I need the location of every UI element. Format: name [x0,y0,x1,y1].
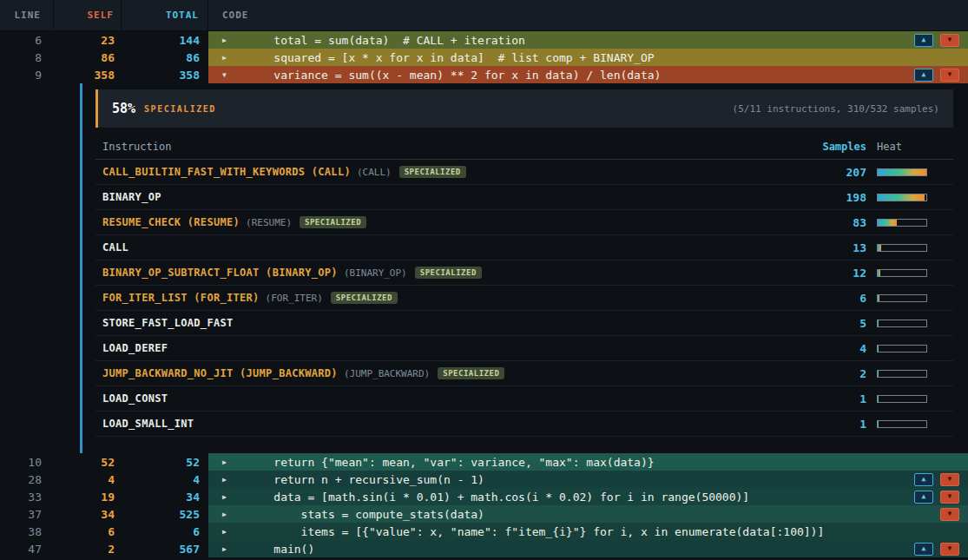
instruction-row: LOAD_SMALL_INT 1 [95,412,953,437]
heat-cell [877,168,953,176]
source-code: items = [{"value": x, "name": f"item_{i}… [247,525,824,538]
expand-toggle-icon[interactable]: ▶ [222,493,243,501]
jump-down-button[interactable]: ▼ [940,543,959,556]
heat-bar-fill [878,194,925,201]
base-opcode-label: (CALL) [357,167,392,178]
code-cell[interactable]: ▶ data = [math.sin(i * 0.01) + math.cos(… [208,488,968,505]
base-opcode-label: (RESUME) [246,217,292,228]
jump-up-button[interactable]: ▲ [914,543,933,556]
expand-toggle-icon[interactable]: ▶ [222,476,243,484]
heat-cell [877,294,953,302]
instruction-samples: 6 [806,292,877,305]
heat-bar-fill [878,245,881,251]
code-line-row: 9 358 358 ▼ variance = sum((x - mean) **… [0,66,968,83]
instruction-row: FOR_ITER_LIST (FOR_ITER) (FOR_ITER) SPEC… [95,286,953,311]
instruction-name: CALL_BUILTIN_FAST_WITH_KEYWORDS (CALL) [102,166,351,178]
instruction-detail-panel: 58% SPECIALIZED (5/11 instructions, 310/… [0,83,968,453]
row-buttons: ▲ ▼ [914,34,968,47]
code-cell[interactable]: ▶ items = [{"value": x, "name": f"item_{… [208,523,968,540]
source-code: data = [math.sin(i * 0.01) + math.cos(i … [247,491,749,504]
line-number: 6 [0,31,54,49]
jump-up-button[interactable]: ▲ [914,473,933,486]
specialized-badge: SPECIALIZED [331,292,398,304]
self-samples: 2 [54,540,122,557]
heat-bar-fill [878,371,879,377]
instruction-name: LOAD_DEREF [102,342,168,354]
jump-up-button[interactable]: ▲ [914,69,933,82]
jump-down-button[interactable]: ▼ [940,473,959,486]
header-line: LINE [0,0,54,30]
code-cell[interactable]: ▶ total = sum(data) # CALL + iteration ▲… [208,31,968,49]
total-samples: 52 [122,453,208,471]
jump-down-button[interactable]: ▼ [940,491,959,504]
instruction-samples: 1 [806,418,877,431]
heat-bar-fill [878,421,879,427]
line-number: 8 [0,49,54,66]
expand-toggle-icon[interactable]: ▼ [222,71,243,79]
specialization-banner: 58% SPECIALIZED (5/11 instructions, 310/… [95,89,953,128]
instruction-samples: 13 [806,241,877,254]
heat-bar-fill [878,220,897,226]
instruction-row: LOAD_CONST 1 [95,386,953,412]
total-samples: 358 [122,66,208,83]
heat-bar-fill [878,346,879,352]
instruction-name: JUMP_BACKWARD_NO_JIT (JUMP_BACKWARD) [102,367,338,379]
instruction-samples: 4 [806,342,877,355]
expand-toggle-icon[interactable]: ▶ [222,545,243,553]
row-buttons: ▲ ▼ [914,473,968,486]
specialized-label: SPECIALIZED [144,104,216,114]
source-code: squared = [x * x for x in data] # list c… [247,51,655,64]
instruction-name: FOR_ITER_LIST (FOR_ITER) [102,292,260,304]
code-cell[interactable]: ▶ return n + recursive_sum(n - 1) ▲ ▼ [208,471,968,488]
heat-bar [877,168,927,176]
instruction-row: CALL 13 [95,235,953,260]
expand-toggle-icon[interactable]: ▶ [222,54,243,62]
instruction-name: LOAD_CONST [102,392,168,405]
instruction-samples: 198 [806,191,877,204]
heat-bar [877,395,927,403]
instruction-row: BINARY_OP_SUBTRACT_FLOAT (BINARY_OP) (BI… [95,260,953,286]
instruction-name-cell: RESUME_CHECK (RESUME) (RESUME) SPECIALIZ… [102,216,806,228]
instruction-row: BINARY_OP 198 [95,185,953,210]
specialized-percent: 58% [112,101,135,116]
code-cell[interactable]: ▶ return {"mean": mean, "var": variance,… [208,453,968,471]
heat-bar [877,219,927,227]
connector-line [80,83,82,453]
heat-bar [877,194,927,201]
self-samples: 34 [54,505,122,523]
jump-up-button[interactable]: ▲ [914,34,933,47]
col-header-samples: Samples [806,141,877,153]
jump-up-button[interactable]: ▲ [914,491,933,504]
jump-down-button[interactable]: ▼ [940,69,959,82]
expand-toggle-icon[interactable]: ▶ [222,458,243,466]
instruction-name: STORE_FAST_LOAD_FAST [102,317,234,329]
column-header-row: LINE SELF TOTAL CODE [0,0,968,31]
code-cell[interactable]: ▶ stats = compute_stats(data) ▼ [208,505,968,523]
source-code: variance = sum((x - mean) ** 2 for x in … [247,69,661,82]
code-cell[interactable]: ▶ main() ▲ ▼ [208,540,968,557]
instruction-row: LOAD_DEREF 4 [95,336,953,361]
code-line-row: 28 4 4 ▶ return n + recursive_sum(n - 1)… [0,471,968,488]
expand-toggle-icon[interactable]: ▶ [222,511,243,518]
expand-toggle-icon[interactable]: ▶ [222,36,243,44]
instruction-name: BINARY_OP_SUBTRACT_FLOAT (BINARY_OP) [102,267,338,279]
code-cell[interactable]: ▼ variance = sum((x - mean) ** 2 for x i… [208,66,968,83]
base-opcode-label: (BINARY_OP) [344,267,407,279]
heat-bar [877,269,927,277]
total-samples: 4 [122,471,208,488]
jump-down-button[interactable]: ▼ [940,34,959,47]
instruction-samples: 2 [806,367,877,380]
code-line-row: 10 52 52 ▶ return {"mean": mean, "var": … [0,453,968,471]
expand-toggle-icon[interactable]: ▶ [222,528,243,536]
self-samples: 52 [54,453,122,471]
total-samples: 34 [122,488,208,505]
heat-bar-fill [878,396,879,402]
line-number: 10 [0,453,54,471]
instruction-name-cell: LOAD_DEREF [102,342,806,354]
code-cell[interactable]: ▶ squared = [x * x for x in data] # list… [208,49,968,66]
instruction-name-cell: CALL_BUILTIN_FAST_WITH_KEYWORDS (CALL) (… [102,166,806,178]
heat-bar [877,320,927,327]
base-opcode-label: (FOR_ITER) [266,293,323,304]
specialized-badge: SPECIALIZED [399,166,466,178]
jump-down-button[interactable]: ▼ [940,508,959,521]
